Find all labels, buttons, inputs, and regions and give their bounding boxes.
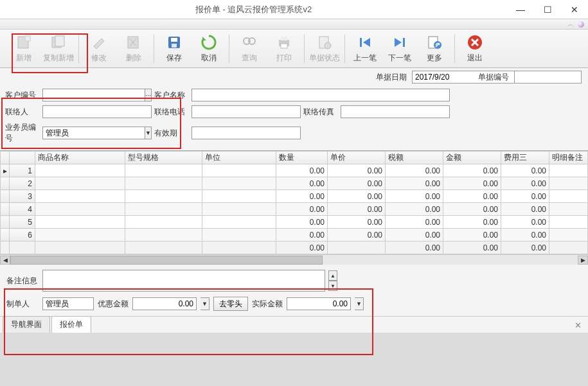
doc-no-input[interactable] [514,71,582,83]
modify-button[interactable]: 修改 [82,31,116,67]
more-button[interactable]: 更多 [417,31,452,67]
search-icon [240,33,258,51]
sales-label: 业务员编号 [5,122,40,144]
exit-button[interactable]: 退出 [458,31,492,67]
remark-input[interactable] [42,270,325,292]
exit-icon [466,33,484,51]
table-row[interactable]: 30.000.000.000.000.00 [1,190,588,203]
scroll-left-icon[interactable]: ◀ [0,256,10,265]
detail-grid[interactable]: 商品名称型号规格单位数量单价税额金额费用三明细备注 ▸10.000.000.00… [0,150,588,265]
status-button[interactable]: 单据状态 [307,31,342,67]
contact-label: 联络人 [5,107,40,118]
doc-date-input[interactable]: ▼ [412,71,473,83]
table-row[interactable]: 50.000.000.000.000.00 [1,216,588,229]
maximize-button[interactable]: ☐ [534,1,561,19]
close-button[interactable]: ✕ [561,1,588,19]
phone-label: 联络电话 [154,107,189,118]
cancel-button[interactable]: 取消 [192,31,226,67]
actual-label: 实际金额 [252,299,283,310]
status-icon [316,33,334,51]
svg-rect-14 [281,44,287,48]
window-title: 报价单 - 追风云报价管理系统v2 [0,4,507,15]
tab-close-icon[interactable]: ✕ [575,320,582,330]
sales-input[interactable]: ▼ [42,127,152,139]
next-button[interactable]: 下一笔 [382,31,417,67]
round-button[interactable]: 去零头 [213,297,248,311]
totals-row: 0.00 0.000.000.00 [1,241,588,254]
header-form: 客户编号 ··· 客户名称 联络人 联络电话 联络传真 业务员编号 ▼ 有效期 [0,85,588,150]
svg-rect-13 [281,37,287,40]
valid-input[interactable] [192,127,301,139]
svg-rect-18 [403,38,405,47]
contact-input[interactable] [42,105,152,118]
print-button[interactable]: 打印 [267,31,301,67]
new-icon [15,33,33,51]
svg-rect-1 [25,36,30,41]
chevron-down-icon[interactable]: ▼ [145,127,151,139]
title-bar: 报价单 - 追风云报价管理系统v2 — ☐ ✕ [0,0,588,19]
svg-point-16 [325,42,331,49]
horizontal-scrollbar[interactable]: ◀ ▶ [0,254,588,265]
prev-icon [356,33,374,51]
tab-bar: 导航界面 报价单 ✕ [0,316,588,333]
phone-input[interactable] [192,105,301,118]
more-icon [425,33,443,51]
scroll-right-icon[interactable]: ▶ [578,256,588,265]
tab-quote[interactable]: 报价单 [51,316,91,333]
delete-button[interactable]: 删除 [116,31,151,67]
svg-rect-17 [360,38,362,47]
next-icon [391,33,409,51]
print-icon [275,33,293,51]
toolbar: 新增 复制新增 修改 删除 保存 取消 查询 打印 单据状态 上一笔 下一笔 更… [0,30,588,68]
save-icon [165,33,183,51]
svg-rect-9 [172,44,177,48]
table-row[interactable]: 40.000.000.000.000.00 [1,203,588,216]
actual-input[interactable] [287,297,351,310]
cust-no-input[interactable]: ··· [42,89,152,101]
maker-input[interactable] [42,297,94,310]
chevron-down-icon[interactable]: ▼ [355,297,364,310]
tab-nav[interactable]: 导航界面 [3,316,50,333]
collapse-icon[interactable]: ︿ [567,20,574,29]
copy-new-button[interactable]: 复制新增 [41,31,76,67]
svg-rect-3 [55,36,64,46]
fax-input[interactable] [341,105,450,118]
footer-panel: 备注信息 ▲▼ 制单人 优惠金额 ▼ 去零头 实际金额 ▼ [0,265,588,316]
new-button[interactable]: 新增 [6,31,41,67]
remark-label: 备注信息 [6,276,39,286]
svg-rect-8 [171,38,177,42]
table-row[interactable]: ▸10.000.000.000.000.00 [1,164,588,177]
doc-date-label: 单据日期 [376,72,407,83]
theme-dot-icon[interactable] [578,21,584,28]
discount-label: 优惠金额 [98,299,129,310]
cancel-icon [200,33,218,51]
discount-input[interactable] [132,297,197,310]
prev-button[interactable]: 上一笔 [348,31,382,67]
scroll-thumb[interactable] [10,256,323,265]
save-button[interactable]: 保存 [157,31,192,67]
delete-icon [125,33,143,51]
fax-label: 联络传真 [303,107,338,118]
query-button[interactable]: 查询 [232,31,267,67]
spin-down-icon[interactable]: ▼ [328,281,337,291]
edit-icon [90,33,108,51]
sub-bar: ︿ [0,19,588,30]
lookup-icon[interactable]: ··· [145,89,151,101]
chevron-down-icon[interactable]: ▼ [200,297,209,310]
cust-name-input[interactable] [192,89,450,101]
valid-label: 有效期 [154,128,189,139]
table-header: 商品名称型号规格单位数量单价税额金额费用三明细备注 [1,152,588,164]
minimize-button[interactable]: — [507,1,534,19]
doc-no-label: 单据编号 [478,72,509,83]
copy-icon [49,33,67,51]
spin-up-icon[interactable]: ▲ [328,270,337,281]
table-row[interactable]: 60.000.000.000.000.00 [1,229,588,241]
maker-label: 制单人 [6,299,39,310]
table-row[interactable]: 20.000.000.000.000.00 [1,177,588,190]
cust-name-label: 客户名称 [154,90,189,101]
date-bar: 单据日期 ▼ 单据编号 [0,68,588,85]
cust-no-label: 客户编号 [5,90,40,101]
